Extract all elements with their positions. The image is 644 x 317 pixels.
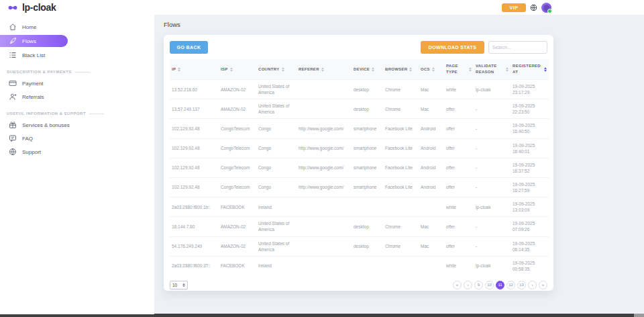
column-header-validate_reason[interactable]: VALIDATE REASON bbox=[474, 59, 511, 80]
cell-referer bbox=[297, 236, 352, 256]
sort-icon[interactable] bbox=[372, 67, 374, 72]
column-label: REFERER bbox=[299, 66, 319, 73]
cell-browser: Chrome bbox=[383, 217, 419, 236]
main-content: Flows GO BACK DOWNLOAD STATS IPISPCOUNTR… bbox=[154, 15, 644, 317]
table-row[interactable]: 102.129.92.48CongoTelecomCongohttp://www… bbox=[170, 138, 549, 158]
page-size-select[interactable]: 10 bbox=[170, 281, 188, 289]
cell-country: Congo bbox=[256, 158, 297, 177]
sort-icon[interactable] bbox=[321, 67, 324, 72]
table-row[interactable]: 2a03:2880:f800:1b::FACEBOOKIrelandwhitel… bbox=[170, 197, 549, 217]
table-row[interactable]: 18.144.7.80AMAZON-02United States of Ame… bbox=[170, 217, 549, 236]
cell-ocs: Android bbox=[419, 138, 444, 158]
cell-ocs: Mac bbox=[419, 217, 444, 236]
column-header-page_type[interactable]: PAGE TYPE bbox=[444, 59, 474, 80]
column-label: DEVICE bbox=[354, 66, 370, 73]
pagination-page-11[interactable]: 11 bbox=[496, 281, 504, 289]
pagination-page-12[interactable]: 12 bbox=[506, 281, 515, 289]
column-label: REGISTERED AT bbox=[513, 63, 542, 75]
pagination-prev[interactable]: ‹ bbox=[464, 281, 472, 289]
sidebar-item-label: Black List bbox=[22, 52, 45, 58]
sidebar-item-black-list[interactable]: Black List bbox=[0, 48, 154, 62]
top-actions: VIP bbox=[502, 3, 644, 13]
sidebar-item-services-bonuses[interactable]: Services & bonuses bbox=[0, 118, 154, 132]
column-header-isp[interactable]: ISP bbox=[219, 59, 256, 80]
cell-isp: FACEBOOK bbox=[219, 256, 256, 275]
cell-page_type: offer bbox=[444, 177, 474, 197]
sidebar: Home Flows Black List SUBSCRIPTION & PAY… bbox=[0, 15, 154, 314]
cell-country: United States of America bbox=[256, 236, 297, 256]
cell-browser: Facebook Lite bbox=[383, 138, 419, 158]
cell-page_type: white bbox=[444, 80, 474, 99]
pagination-next[interactable]: › bbox=[528, 281, 537, 289]
user-avatar[interactable] bbox=[541, 3, 551, 13]
cell-device: desktop bbox=[352, 80, 383, 99]
column-header-referer[interactable]: REFERER bbox=[297, 59, 352, 80]
sort-icon[interactable] bbox=[282, 67, 284, 72]
cell-isp: AMAZON-02 bbox=[219, 217, 256, 236]
sidebar-item-support[interactable]: Support bbox=[0, 145, 154, 158]
column-header-browser[interactable]: BROWSER bbox=[383, 59, 419, 80]
sidebar-item-flows[interactable]: Flows bbox=[0, 35, 68, 47]
go-back-button[interactable]: GO BACK bbox=[170, 41, 208, 54]
column-header-country[interactable]: COUNTRY bbox=[256, 59, 297, 80]
cell-ocs: Android bbox=[419, 158, 444, 177]
language-globe-icon[interactable] bbox=[530, 4, 537, 11]
cell-browser bbox=[383, 197, 419, 217]
pagination-last[interactable]: » bbox=[539, 281, 547, 289]
cell-registered_at: 19-09-202516:40:50 bbox=[511, 119, 549, 138]
sort-icon[interactable] bbox=[432, 67, 435, 72]
cell-device: desktop bbox=[352, 99, 383, 119]
cell-validate_reason: - bbox=[474, 138, 511, 158]
sidebar-item-label: Support bbox=[22, 149, 41, 155]
cell-country: Congo bbox=[256, 177, 297, 197]
sidebar-item-faq[interactable]: FAQ bbox=[0, 132, 154, 145]
pagination-page-9[interactable]: 9 bbox=[474, 281, 483, 289]
column-header-ocs[interactable]: OCS bbox=[419, 59, 444, 80]
table-row[interactable]: 102.129.92.48CongoTelecomCongohttp://www… bbox=[170, 177, 549, 197]
sidebar-item-payment[interactable]: Payment bbox=[0, 77, 154, 90]
cell-ocs bbox=[419, 197, 444, 217]
vip-button[interactable]: VIP bbox=[502, 3, 526, 12]
cell-page_type: offer bbox=[444, 99, 474, 119]
cell-country: Congo bbox=[256, 138, 297, 158]
cell-device: smartphone bbox=[352, 158, 383, 177]
sidebar-item-label: Referrals bbox=[22, 94, 44, 100]
page-size-value: 10 bbox=[172, 283, 177, 287]
cell-referer bbox=[297, 80, 352, 99]
logo[interactable]: lp-cloak bbox=[0, 2, 56, 13]
table-row[interactable]: 102.129.92.48CongoTelecomCongohttp://www… bbox=[170, 158, 549, 177]
table-row[interactable]: 54.176.249.249AMAZON-02United States of … bbox=[170, 236, 549, 256]
cell-registered_at: 19-09-202513:03:09 bbox=[511, 197, 549, 217]
top-bar: lp-cloak VIP bbox=[0, 0, 644, 15]
table-row[interactable]: 13.57.249.137AMAZON-02United States of A… bbox=[170, 99, 549, 119]
column-header-ip[interactable]: IP bbox=[170, 59, 219, 80]
cell-ocs: Mac bbox=[419, 99, 444, 119]
pagination-page-10[interactable]: 10 bbox=[485, 281, 494, 289]
sort-icon[interactable] bbox=[409, 67, 412, 72]
sort-icon[interactable] bbox=[230, 67, 233, 72]
table-row[interactable]: 2a03:2880:f800:37::FACEBOOKIrelandwhitel… bbox=[170, 256, 549, 275]
download-stats-button[interactable]: DOWNLOAD STATS bbox=[421, 41, 484, 54]
column-header-registered_at[interactable]: REGISTERED AT bbox=[511, 59, 549, 80]
cell-isp: CongoTelecom bbox=[219, 138, 256, 158]
sort-icon[interactable] bbox=[178, 67, 180, 72]
cell-ip: 13.57.249.137 bbox=[170, 99, 219, 119]
pagination-first[interactable]: « bbox=[453, 281, 462, 289]
sort-icon[interactable] bbox=[506, 67, 508, 72]
sidebar-item-label: Payment bbox=[22, 81, 44, 87]
sort-icon[interactable] bbox=[544, 67, 547, 72]
sidebar-item-home[interactable]: Home bbox=[0, 20, 154, 34]
table-row[interactable]: 102.129.92.48CongoTelecomCongohttp://www… bbox=[170, 119, 549, 138]
pagination-page-13[interactable]: 13 bbox=[517, 281, 526, 289]
sidebar-item-referrals[interactable]: Referrals bbox=[0, 90, 154, 103]
cell-isp: CongoTelecom bbox=[219, 158, 256, 177]
list-icon bbox=[9, 51, 17, 59]
table-header-row: IPISPCOUNTRYREFERERDEVICEBROWSEROCSPAGE … bbox=[170, 59, 549, 80]
table-row[interactable]: 13.52.218.60AMAZON-02United States of Am… bbox=[170, 80, 549, 99]
flows-table: IPISPCOUNTRYREFERERDEVICEBROWSEROCSPAGE … bbox=[170, 59, 549, 275]
cell-isp: CongoTelecom bbox=[219, 119, 256, 138]
cell-validate_reason: lp-cloak bbox=[474, 256, 511, 275]
search-input[interactable] bbox=[488, 41, 547, 54]
sort-icon[interactable] bbox=[469, 67, 472, 72]
column-header-device[interactable]: DEVICE bbox=[352, 59, 383, 80]
